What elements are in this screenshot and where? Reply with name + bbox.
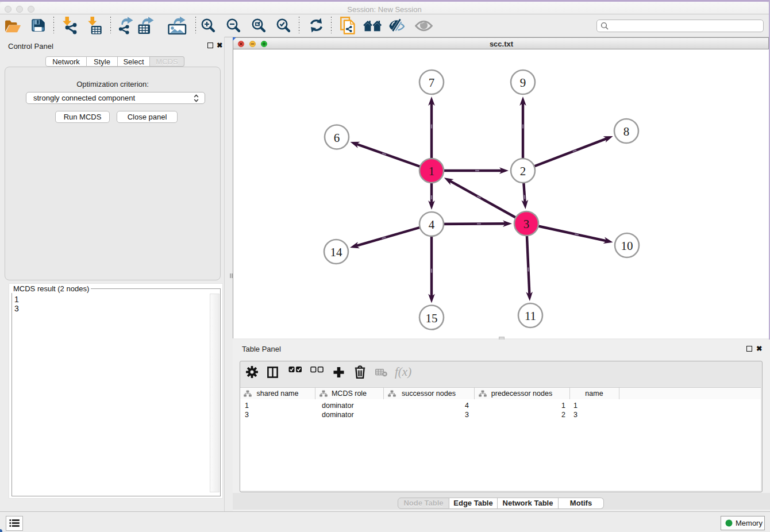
svg-text:11: 11: [525, 309, 536, 323]
svg-text:1: 1: [429, 164, 435, 178]
svg-text:8: 8: [623, 125, 630, 138]
svg-text:2: 2: [520, 164, 526, 178]
svg-text:7: 7: [429, 76, 435, 90]
svg-text:4: 4: [429, 218, 435, 232]
svg-text:15: 15: [426, 311, 438, 325]
svg-text:9: 9: [520, 76, 526, 90]
svg-text:14: 14: [330, 245, 343, 259]
svg-text:6: 6: [334, 131, 340, 145]
svg-text:10: 10: [621, 239, 633, 253]
svg-text:3: 3: [523, 217, 530, 231]
